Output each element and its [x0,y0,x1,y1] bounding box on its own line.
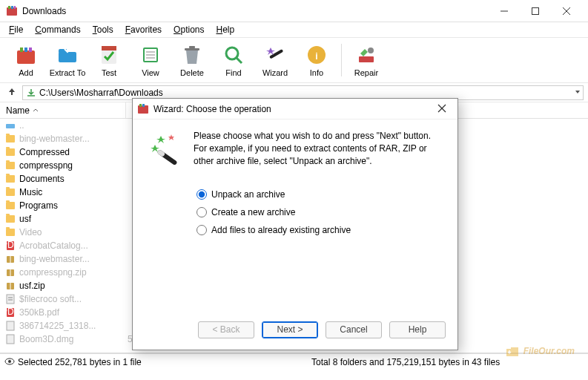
svg-rect-10 [24,48,27,52]
next-button[interactable]: Next > [262,321,318,338]
back-button[interactable]: < Back [198,321,254,338]
file-name: usf [19,214,126,224]
wizard-close-button[interactable] [431,103,453,115]
wizard-title: Wizard: Choose the operation [153,104,431,114]
svg-rect-5 [532,7,539,14]
wizard-icon [263,43,287,67]
menu-help[interactable]: Help [211,23,239,36]
file-name: bing-webmaster... [19,254,126,264]
toolbar-info[interactable]: iInfo [297,42,337,79]
status-icon [0,357,15,367]
file-icon [4,147,16,157]
close-button[interactable] [551,1,582,22]
wizard-content: Please choose what you wish to do and pr… [194,130,444,309]
wizard-app-icon [137,103,149,115]
window-buttons [489,1,582,22]
toolbar-wizard[interactable]: Wizard [255,42,295,79]
file-icon [4,267,16,278]
toolbar-delete[interactable]: Delete [172,42,212,79]
svg-text:PDF: PDF [5,240,16,250]
wizard-options: Unpack an archiveCreate a new archiveAdd… [196,189,444,235]
wizard-titlebar[interactable]: Wizard: Choose the operation [133,99,457,119]
svg-line-24 [237,58,242,63]
svg-rect-22 [189,46,195,48]
test-icon [97,43,121,67]
help-button[interactable]: Help [389,321,446,338]
toolbar-add[interactable]: Add [6,42,46,79]
svg-rect-46 [7,335,14,344]
file-icon [4,134,16,144]
app-icon [6,5,18,17]
radio-icon[interactable] [196,207,207,217]
radio-icon[interactable] [196,189,207,200]
svg-rect-9 [20,48,23,52]
file-name: Compressed [19,147,126,157]
file-name: 350kB.pdf [19,307,126,318]
menu-commands[interactable]: Commands [30,23,85,36]
file-icon [4,200,16,211]
svg-rect-3 [14,6,16,9]
delete-icon [180,43,204,67]
wizard-option-2[interactable]: Add files to already existing archive [196,225,444,235]
wizard-icon [146,130,186,309]
view-icon [139,43,162,67]
maximize-button[interactable] [520,1,551,22]
file-icon [4,187,16,197]
svg-rect-8 [17,50,35,64]
menu-file[interactable]: File [4,23,27,36]
file-icon [4,227,16,238]
file-icon [4,334,16,344]
file-name: AcrobatCatalog... [19,240,126,251]
menubar: FileCommandsToolsFavoritesOptionsHelp [0,22,588,37]
svg-point-48 [8,360,11,363]
svg-text:PDF: PDF [5,307,16,317]
up-button[interactable] [4,85,19,100]
menu-options[interactable]: Options [169,23,208,36]
svg-rect-50 [139,104,142,107]
wizard-text: Please choose what you wish to do and pr… [194,130,444,167]
statusbar: Selected 252,781 bytes in 1 file Total 8… [0,353,588,370]
column-name[interactable]: Name [0,102,126,118]
file-icon: PDF [4,240,16,251]
svg-rect-15 [102,46,116,50]
dropdown-icon[interactable] [574,88,581,98]
minimize-button[interactable] [489,1,520,22]
file-icon [4,214,16,224]
cancel-button[interactable]: Cancel [326,321,382,338]
file-icon [4,281,16,291]
toolbar-view[interactable]: View [131,42,171,79]
toolbar: AddExtract ToTestViewDeleteFindWizardiIn… [0,37,588,83]
toolbar-test[interactable]: Test [89,42,129,79]
wizard-option-1[interactable]: Create a new archive [196,207,444,217]
file-icon [4,174,16,184]
svg-rect-28 [359,56,374,62]
menu-favorites[interactable]: Favorites [121,23,166,36]
info-icon: i [305,43,328,67]
svg-rect-51 [142,104,145,107]
svg-rect-1 [8,6,10,9]
svg-rect-11 [29,48,32,52]
file-name: $filecroco soft... [19,294,126,304]
svg-rect-12 [59,52,76,62]
file-name: Music [19,187,126,197]
titlebar: Downloads [0,0,588,22]
window-title: Downloads [22,6,489,16]
toolbar-find[interactable]: Find [214,42,254,79]
watermark: FileOur.com [504,343,575,359]
radio-icon[interactable] [196,225,207,235]
file-icon [4,160,16,171]
toolbar-extract-to[interactable]: Extract To [47,42,87,79]
download-icon [26,88,36,98]
wizard-buttons: < Back Next > Cancel Help [133,317,457,350]
menu-tools[interactable]: Tools [88,23,118,36]
toolbar-repair[interactable]: Repair [346,42,386,79]
file-name: Documents [19,174,126,184]
repair-icon [354,43,378,67]
file-icon [4,321,16,331]
svg-point-29 [368,48,374,53]
file-icon [4,254,16,264]
file-icon: PDF [4,307,16,318]
wizard-option-0[interactable]: Unpack an archive [196,189,444,200]
svg-point-23 [226,48,238,59]
svg-rect-21 [185,48,199,50]
